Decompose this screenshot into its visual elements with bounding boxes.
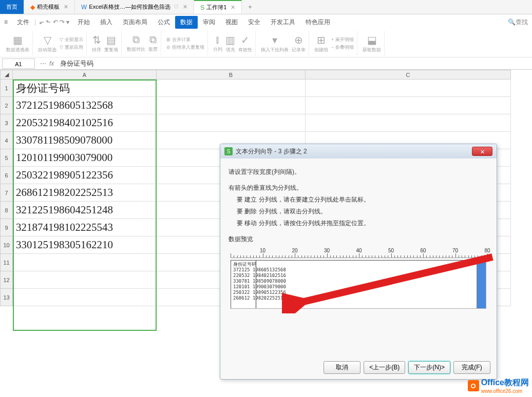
row-header[interactable]: 12	[1, 271, 13, 289]
cell-a8[interactable]: 321225198604251248	[13, 202, 157, 219]
close-icon[interactable]: ✕	[64, 4, 68, 10]
datacompare-button[interactable]: ⧉数据对比	[127, 34, 145, 53]
fx-controls[interactable]: ⋯fx	[37, 60, 57, 67]
menu-formula[interactable]: 公式	[153, 18, 175, 27]
col-header-b[interactable]: B	[157, 70, 306, 80]
row-header[interactable]: 7	[1, 184, 13, 202]
column-break-line[interactable]	[256, 261, 256, 308]
cell[interactable]	[13, 254, 157, 271]
sheet-icon: S	[200, 4, 204, 11]
menu-data[interactable]: 数据	[175, 16, 198, 29]
close-icon[interactable]: ✕	[231, 4, 235, 11]
sort-button[interactable]: ⇅排序	[92, 34, 101, 53]
tab-home[interactable]: 首页	[0, 0, 24, 14]
search-box[interactable]: 🔍 查找	[508, 18, 528, 27]
app-menu-icon[interactable]: ≡	[4, 18, 8, 26]
row-header[interactable]: 3	[1, 114, 13, 132]
back-button[interactable]: <上一步(B)	[364, 361, 405, 374]
col-header-c[interactable]: C	[306, 70, 511, 80]
cell[interactable]	[306, 114, 511, 132]
advanced-button[interactable]: ▽重新应用	[60, 44, 83, 51]
preview-scrollbar[interactable]	[477, 261, 486, 308]
row-header[interactable]: 9	[1, 219, 13, 236]
row-header[interactable]: 6	[1, 167, 13, 184]
pivot-button[interactable]: ▦数据透视表	[6, 34, 29, 53]
getdata-button[interactable]: ⬓获取数据	[363, 34, 381, 53]
expand-button[interactable]: +展开明细	[331, 36, 354, 43]
cell[interactable]	[157, 97, 306, 114]
collapse-button[interactable]: −折叠明细	[331, 44, 354, 51]
name-box[interactable]: A1	[2, 58, 35, 69]
tab-excel-doc[interactable]: WExcel表格技…—如何按颜色筛选♡✕	[75, 0, 194, 14]
cell[interactable]	[306, 97, 511, 114]
pivot-icon: ▦	[13, 34, 23, 46]
preview-ruler[interactable]: 1020304050607080	[231, 246, 486, 258]
menu-view[interactable]: 视图	[220, 18, 243, 27]
fill-button[interactable]: ▥填充	[225, 34, 235, 53]
quick-access[interactable]: ⬐ ⬑ ↶ ↷ ▾	[36, 18, 72, 26]
cell-a3[interactable]: 220532198402102516	[13, 114, 157, 132]
row-header[interactable]: 5	[1, 149, 13, 167]
preview-box[interactable]: 身份证号码 372125 198605132568 220532 1984021…	[231, 260, 486, 309]
cell-a5[interactable]: 120101199003079000	[13, 149, 157, 167]
col-header-a[interactable]: A	[13, 70, 157, 80]
menu-dev[interactable]: 开发工具	[265, 18, 300, 27]
menu-file[interactable]: 文件	[12, 18, 34, 27]
validation-button[interactable]: ⊞合并计算	[166, 36, 204, 43]
cell[interactable]	[13, 289, 157, 306]
reapply-button[interactable]: ▽全部显示	[60, 36, 83, 43]
close-icon[interactable]: ✕	[183, 4, 187, 10]
tab-templates[interactable]: ◆稻壳模板✕	[24, 0, 75, 14]
cell-a7[interactable]: 268612198202252513	[13, 184, 157, 202]
cell-a4[interactable]: 330781198509078000	[13, 132, 157, 149]
tab-workbook1[interactable]: S工作簿1✕	[194, 0, 242, 14]
group-button[interactable]: ⊞创建组	[314, 34, 328, 53]
cell-a2[interactable]: 372125198605132568	[13, 97, 157, 114]
dialog-app-icon: S	[224, 147, 233, 155]
cell-a1[interactable]: 身份证号码	[13, 80, 157, 97]
menu-start[interactable]: 开始	[72, 18, 95, 27]
cell[interactable]	[306, 80, 511, 97]
row-header[interactable]: 10	[1, 236, 13, 254]
row-header[interactable]: 1	[1, 80, 13, 97]
dialog-subhead: 有箭头的垂直线为分列线。	[229, 184, 488, 192]
menu-security[interactable]: 安全	[243, 18, 265, 27]
getdata-icon: ⬓	[367, 34, 377, 46]
cell-a6[interactable]: 250322198905122356	[13, 167, 157, 184]
dialog-title-text: 文本分列向导 - 3 步骤之 2	[236, 147, 307, 156]
dialog-close-button[interactable]: ✕	[472, 147, 492, 156]
row-header[interactable]: 2	[1, 97, 13, 114]
autofilter-button[interactable]: ▽自动筛选	[38, 34, 56, 53]
split-col-button[interactable]: ⫿分列	[213, 34, 222, 53]
cell[interactable]	[13, 271, 157, 289]
select-all-corner[interactable]: ◢	[1, 70, 13, 80]
valid-button[interactable]: ✓有效性	[238, 34, 252, 53]
cell-a10[interactable]: 330125198305162210	[13, 236, 157, 254]
formula-input[interactable]: 身份证号码	[57, 59, 532, 68]
dialog-bullet: 要 移动 分列线，请按住分列线并拖至指定位置。	[237, 219, 488, 228]
dropdown-icon: ▾	[272, 34, 277, 46]
dedupe-button[interactable]: ▤重复项	[104, 34, 118, 53]
cell[interactable]	[157, 80, 306, 97]
next-button[interactable]: 下一步(N)>	[408, 361, 450, 374]
finish-button[interactable]: 完成(F)	[453, 361, 490, 374]
cancel-button[interactable]: 取消	[324, 361, 360, 374]
add-tab-button[interactable]: ＋	[242, 0, 258, 14]
valid-icon: ✓	[241, 34, 250, 46]
row-header[interactable]: 8	[1, 202, 13, 219]
menu-review[interactable]: 审阅	[198, 18, 220, 27]
menu-layout[interactable]: 页面布局	[118, 18, 153, 27]
dropdown-button[interactable]: ▾插入下拉列表	[261, 34, 289, 53]
stocks-button[interactable]: ⧉股票	[148, 34, 158, 53]
row-header[interactable]: 11	[1, 254, 13, 271]
consolidate-button[interactable]: ⊕记录单	[292, 34, 306, 53]
reapply-icon: ▽	[60, 37, 63, 42]
menu-special[interactable]: 特色应用	[300, 18, 335, 27]
row-header[interactable]: 13	[1, 289, 13, 306]
menu-insert[interactable]: 插入	[95, 18, 118, 27]
row-header[interactable]: 4	[1, 132, 13, 149]
dialog-titlebar[interactable]: S 文本分列向导 - 3 步骤之 2 ✕	[220, 144, 497, 158]
cell[interactable]	[157, 114, 306, 132]
reject-dup-button[interactable]: ⊘拒绝录入重复项	[166, 44, 204, 51]
cell-a9[interactable]: 321874198102225543	[13, 219, 157, 236]
